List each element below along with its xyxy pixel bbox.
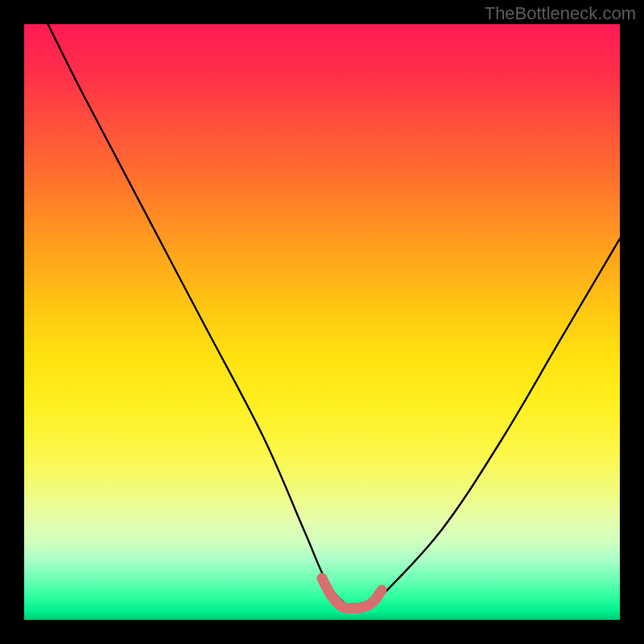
watermark-text: TheBottleneck.com [485,3,636,24]
bottleneck-curve [48,24,620,610]
optimal-range-marker [322,578,382,608]
chart-curve-layer [24,24,620,620]
chart-plot-area [24,24,620,620]
